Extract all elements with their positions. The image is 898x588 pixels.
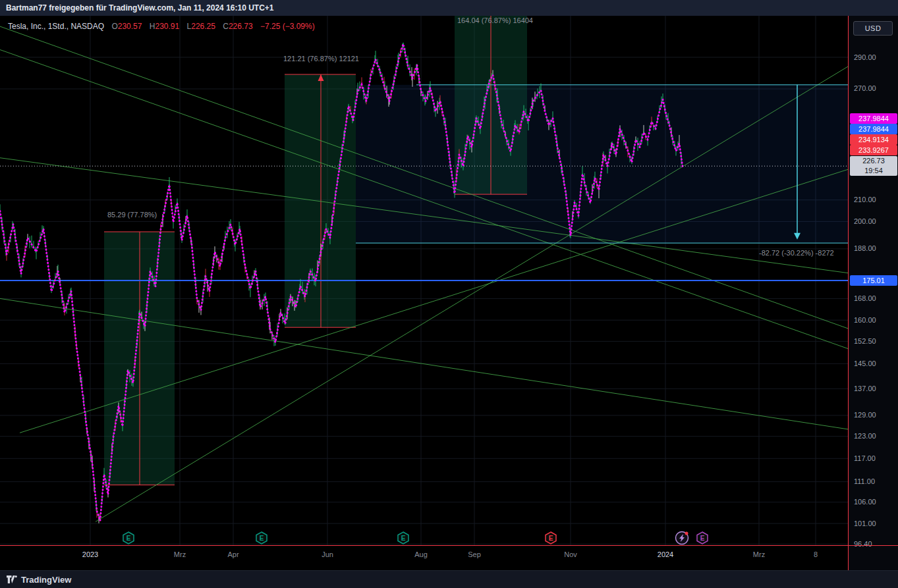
share-banner: Bartman77 freigegeben für TradingView.co… <box>0 0 898 16</box>
axis-divider <box>0 545 898 546</box>
indicator-price-label: 237.9844 <box>850 124 897 134</box>
price-tick-label: 106.00 <box>854 498 876 506</box>
close-value: 226.73 <box>229 22 253 31</box>
time-axis-label: 8 <box>814 550 818 558</box>
price-chart[interactable]: 85.29 (77.78%)121.21 (76.87%) 12121164.0… <box>0 16 848 545</box>
price-tick-label: 129.00 <box>854 411 876 419</box>
indicator-price-label: 175.01 <box>850 275 897 286</box>
time-axis-label: Mrz <box>753 550 765 558</box>
price-tick-label: 200.00 <box>854 217 876 225</box>
time-axis-label: Sep <box>468 550 481 558</box>
price-tick-label: 290.00 <box>854 53 876 61</box>
current-price-label: 226.7319:54 <box>850 156 897 176</box>
price-tick-label: 160.00 <box>854 316 876 324</box>
price-tick-label: 137.00 <box>854 385 876 392</box>
price-tick-label: 270.00 <box>854 84 876 92</box>
svg-text:E: E <box>126 535 131 542</box>
svg-text:-82.72 (-30.22%) -8272: -82.72 (-30.22%) -8272 <box>759 249 834 257</box>
svg-text:E: E <box>549 535 553 542</box>
time-axis-label: Aug <box>414 550 428 558</box>
price-tick-label: 168.00 <box>854 294 876 302</box>
price-tick-label: 101.00 <box>854 520 876 527</box>
indicator-price-label: 234.9134 <box>850 134 897 145</box>
time-axis-label: 2023 <box>82 550 98 558</box>
earnings-markers[interactable]: EEEEE <box>123 532 708 545</box>
indicator-price-label: 237.9844 <box>850 113 897 124</box>
tradingview-logo[interactable] <box>7 575 17 583</box>
tradingview-wordmark[interactable]: TradingView <box>21 575 71 585</box>
low-value: 226.25 <box>191 22 215 31</box>
time-axis-label: Nov <box>564 550 577 558</box>
symbol-legend[interactable]: Tesla, Inc., 1Std., NASDAQ O230.57 H230.… <box>8 22 315 31</box>
svg-text:E: E <box>700 535 705 542</box>
svg-text:85.29 (77.78%): 85.29 (77.78%) <box>107 211 157 219</box>
time-axis-label: 2024 <box>658 550 673 558</box>
open-label: O <box>111 22 117 31</box>
price-tick-label: 145.00 <box>854 360 876 367</box>
price-axis[interactable]: USD 290.00270.00210.00200.00188.00168.00… <box>848 16 898 570</box>
currency-button[interactable]: USD <box>853 21 893 36</box>
price-tick-label: 111.00 <box>854 477 875 485</box>
close-label: C <box>223 22 229 31</box>
time-axis-label: Apr <box>227 550 239 558</box>
price-tick-label: 152.50 <box>854 337 876 345</box>
price-tick-label: 188.00 <box>854 244 876 252</box>
high-value: 230.91 <box>155 22 179 31</box>
time-axis-label: Mrz <box>174 550 186 558</box>
time-axis-label: Jun <box>322 550 333 558</box>
price-tick-label: 96.40 <box>854 540 872 548</box>
symbol-description[interactable]: Tesla, Inc., 1Std., NASDAQ <box>8 22 104 31</box>
indicator-price-label: 233.9267 <box>850 145 897 155</box>
svg-text:164.04 (76.87%) 16404: 164.04 (76.87%) 16404 <box>457 16 533 24</box>
chart-area[interactable]: 85.29 (77.78%)121.21 (76.87%) 12121164.0… <box>0 16 848 545</box>
change-value: −7.25 (−3.09%) <box>260 22 315 31</box>
open-value: 230.57 <box>118 22 142 31</box>
footer-bar: TradingView <box>0 570 898 588</box>
svg-text:E: E <box>401 535 406 542</box>
svg-text:E: E <box>260 535 264 542</box>
highlight-region[interactable] <box>356 85 848 243</box>
svg-text:121.21 (76.87%) 12121: 121.21 (76.87%) 12121 <box>283 55 359 63</box>
bar-countdown: 19:54 <box>850 166 897 176</box>
price-tick-label: 117.00 <box>854 454 876 462</box>
price-tick-label: 123.00 <box>854 432 876 440</box>
price-tick-label: 210.00 <box>854 196 876 203</box>
time-axis[interactable]: 2023MrzAprJunAugSepNov2024Mrz8 <box>0 546 848 570</box>
